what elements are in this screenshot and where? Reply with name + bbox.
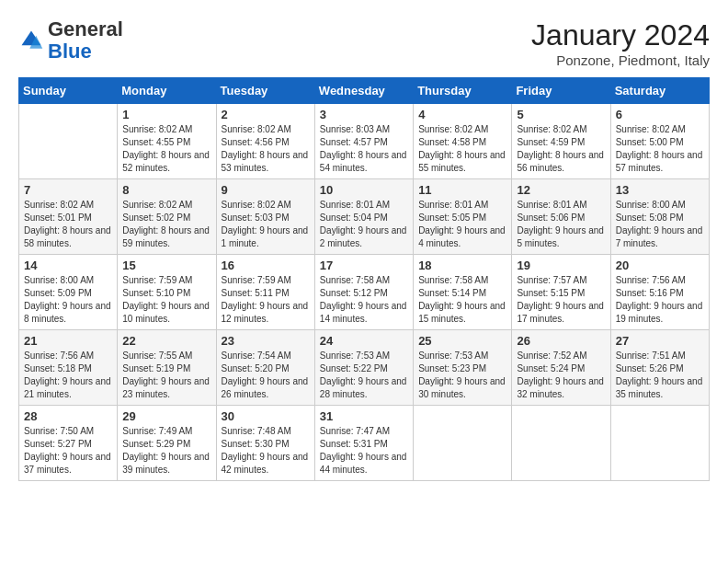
day-number: 16: [222, 259, 310, 272]
day-number: 4: [418, 108, 506, 121]
day-info: Sunrise: 8:02 AM Sunset: 5:00 PM Dayligh…: [616, 123, 704, 175]
day-info: Sunrise: 7:59 AM Sunset: 5:11 PM Dayligh…: [222, 274, 310, 326]
calendar-table: SundayMondayTuesdayWednesdayThursdayFrid…: [18, 77, 710, 481]
calendar-cell: 28Sunrise: 7:50 AM Sunset: 5:27 PM Dayli…: [19, 406, 118, 481]
calendar-subtitle: Ponzone, Piedmont, Italy: [531, 52, 710, 68]
calendar-cell: 7Sunrise: 8:02 AM Sunset: 5:01 PM Daylig…: [19, 179, 118, 255]
day-number: 24: [320, 334, 408, 348]
day-number: 18: [418, 259, 506, 272]
calendar-body: 1Sunrise: 8:02 AM Sunset: 4:55 PM Daylig…: [19, 104, 710, 481]
column-header-wednesday: Wednesday: [314, 78, 413, 104]
calendar-cell: 24Sunrise: 7:53 AM Sunset: 5:22 PM Dayli…: [314, 330, 413, 406]
day-number: 2: [222, 108, 310, 121]
day-number: 13: [616, 183, 704, 197]
day-info: Sunrise: 8:02 AM Sunset: 4:59 PM Dayligh…: [517, 123, 605, 175]
day-number: 15: [122, 259, 210, 272]
day-number: 12: [517, 183, 605, 197]
day-info: Sunrise: 7:58 AM Sunset: 5:14 PM Dayligh…: [418, 274, 506, 326]
calendar-cell: 17Sunrise: 7:58 AM Sunset: 5:12 PM Dayli…: [314, 255, 413, 330]
day-info: Sunrise: 8:02 AM Sunset: 5:01 PM Dayligh…: [24, 199, 112, 250]
day-info: Sunrise: 8:03 AM Sunset: 4:57 PM Dayligh…: [320, 123, 408, 175]
day-number: 11: [418, 183, 506, 197]
day-info: Sunrise: 7:57 AM Sunset: 5:15 PM Dayligh…: [517, 274, 605, 326]
day-number: 30: [222, 409, 310, 423]
day-info: Sunrise: 7:58 AM Sunset: 5:12 PM Dayligh…: [320, 274, 408, 326]
calendar-cell: 20Sunrise: 7:56 AM Sunset: 5:16 PM Dayli…: [610, 255, 709, 330]
day-number: 10: [320, 183, 408, 197]
calendar-cell: 15Sunrise: 7:59 AM Sunset: 5:10 PM Dayli…: [118, 255, 216, 330]
day-info: Sunrise: 7:53 AM Sunset: 5:22 PM Dayligh…: [320, 350, 408, 401]
calendar-cell: 6Sunrise: 8:02 AM Sunset: 5:00 PM Daylig…: [610, 104, 709, 179]
day-info: Sunrise: 8:00 AM Sunset: 5:08 PM Dayligh…: [616, 199, 704, 250]
calendar-cell: 29Sunrise: 7:49 AM Sunset: 5:29 PM Dayli…: [118, 406, 216, 481]
calendar-title: January 2024: [531, 18, 710, 52]
day-number: 27: [616, 334, 704, 348]
day-info: Sunrise: 7:50 AM Sunset: 5:27 PM Dayligh…: [24, 425, 112, 477]
column-header-tuesday: Tuesday: [216, 78, 314, 104]
calendar-cell: 21Sunrise: 7:56 AM Sunset: 5:18 PM Dayli…: [19, 330, 118, 406]
calendar-cell: [19, 104, 118, 179]
title-section: January 2024 Ponzone, Piedmont, Italy: [531, 18, 710, 68]
calendar-cell: 26Sunrise: 7:52 AM Sunset: 5:24 PM Dayli…: [512, 330, 610, 406]
day-number: 26: [517, 334, 605, 348]
calendar-cell: 22Sunrise: 7:55 AM Sunset: 5:19 PM Dayli…: [118, 330, 216, 406]
calendar-cell: [414, 406, 512, 481]
day-number: 14: [24, 259, 112, 272]
logo-icon: [18, 28, 44, 53]
column-header-sunday: Sunday: [19, 78, 118, 104]
day-info: Sunrise: 7:53 AM Sunset: 5:23 PM Dayligh…: [418, 350, 506, 401]
day-number: 9: [222, 183, 310, 197]
day-number: 1: [122, 108, 210, 121]
header-row: SundayMondayTuesdayWednesdayThursdayFrid…: [19, 78, 710, 104]
day-number: 23: [222, 334, 310, 348]
logo-blue-text: Blue: [48, 40, 92, 63]
calendar-cell: 27Sunrise: 7:51 AM Sunset: 5:26 PM Dayli…: [610, 330, 709, 406]
day-info: Sunrise: 8:02 AM Sunset: 5:03 PM Dayligh…: [222, 199, 310, 250]
calendar-cell: 11Sunrise: 8:01 AM Sunset: 5:05 PM Dayli…: [414, 179, 512, 255]
day-number: 22: [122, 334, 210, 348]
day-info: Sunrise: 8:01 AM Sunset: 5:05 PM Dayligh…: [418, 199, 506, 250]
day-info: Sunrise: 7:54 AM Sunset: 5:20 PM Dayligh…: [222, 350, 310, 401]
calendar-cell: 3Sunrise: 8:03 AM Sunset: 4:57 PM Daylig…: [314, 104, 413, 179]
logo: General Blue: [18, 18, 123, 63]
day-info: Sunrise: 8:01 AM Sunset: 5:04 PM Dayligh…: [320, 199, 408, 250]
calendar-cell: 2Sunrise: 8:02 AM Sunset: 4:56 PM Daylig…: [216, 104, 314, 179]
day-number: 25: [418, 334, 506, 348]
day-number: 8: [122, 183, 210, 197]
calendar-cell: [512, 406, 610, 481]
day-info: Sunrise: 7:48 AM Sunset: 5:30 PM Dayligh…: [222, 425, 310, 477]
day-info: Sunrise: 7:56 AM Sunset: 5:16 PM Dayligh…: [616, 274, 704, 326]
day-info: Sunrise: 8:01 AM Sunset: 5:06 PM Dayligh…: [517, 199, 605, 250]
calendar-cell: 31Sunrise: 7:47 AM Sunset: 5:31 PM Dayli…: [314, 406, 413, 481]
calendar-cell: [610, 406, 709, 481]
day-info: Sunrise: 8:02 AM Sunset: 5:02 PM Dayligh…: [122, 199, 210, 250]
day-number: 21: [24, 334, 112, 348]
calendar-cell: 30Sunrise: 7:48 AM Sunset: 5:30 PM Dayli…: [216, 406, 314, 481]
day-info: Sunrise: 7:49 AM Sunset: 5:29 PM Dayligh…: [122, 425, 210, 477]
calendar-cell: 23Sunrise: 7:54 AM Sunset: 5:20 PM Dayli…: [216, 330, 314, 406]
day-number: 5: [517, 108, 605, 121]
week-row-2: 7Sunrise: 8:02 AM Sunset: 5:01 PM Daylig…: [19, 179, 710, 255]
day-info: Sunrise: 7:47 AM Sunset: 5:31 PM Dayligh…: [320, 425, 408, 477]
calendar-cell: 25Sunrise: 7:53 AM Sunset: 5:23 PM Dayli…: [414, 330, 512, 406]
day-number: 31: [320, 409, 408, 423]
day-number: 7: [24, 183, 112, 197]
day-info: Sunrise: 7:59 AM Sunset: 5:10 PM Dayligh…: [122, 274, 210, 326]
column-header-thursday: Thursday: [414, 78, 512, 104]
calendar-cell: 19Sunrise: 7:57 AM Sunset: 5:15 PM Dayli…: [512, 255, 610, 330]
calendar-cell: 8Sunrise: 8:02 AM Sunset: 5:02 PM Daylig…: [118, 179, 216, 255]
page-header: General Blue January 2024 Ponzone, Piedm…: [18, 18, 710, 68]
column-header-monday: Monday: [118, 78, 216, 104]
calendar-cell: 13Sunrise: 8:00 AM Sunset: 5:08 PM Dayli…: [610, 179, 709, 255]
calendar-header: SundayMondayTuesdayWednesdayThursdayFrid…: [19, 78, 710, 104]
day-number: 19: [517, 259, 605, 272]
calendar-cell: 18Sunrise: 7:58 AM Sunset: 5:14 PM Dayli…: [414, 255, 512, 330]
day-info: Sunrise: 8:02 AM Sunset: 4:56 PM Dayligh…: [222, 123, 310, 175]
week-row-4: 21Sunrise: 7:56 AM Sunset: 5:18 PM Dayli…: [19, 330, 710, 406]
day-number: 3: [320, 108, 408, 121]
day-info: Sunrise: 7:55 AM Sunset: 5:19 PM Dayligh…: [122, 350, 210, 401]
calendar-cell: 10Sunrise: 8:01 AM Sunset: 5:04 PM Dayli…: [314, 179, 413, 255]
calendar-cell: 16Sunrise: 7:59 AM Sunset: 5:11 PM Dayli…: [216, 255, 314, 330]
day-number: 28: [24, 409, 112, 423]
day-info: Sunrise: 7:56 AM Sunset: 5:18 PM Dayligh…: [24, 350, 112, 401]
